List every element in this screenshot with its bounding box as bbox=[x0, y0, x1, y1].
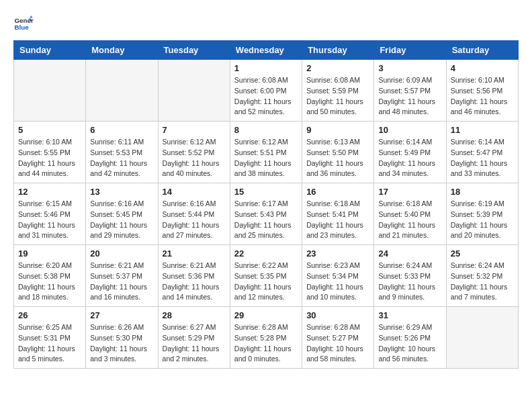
day-number: 29 bbox=[234, 310, 298, 320]
day-number: 7 bbox=[163, 125, 226, 135]
day-number: 15 bbox=[234, 187, 298, 197]
page-header: General Blue bbox=[13, 13, 519, 34]
day-info: Sunrise: 6:24 AMSunset: 5:33 PMDaylight:… bbox=[378, 261, 441, 303]
day-number: 23 bbox=[306, 248, 369, 259]
day-number: 16 bbox=[306, 187, 369, 197]
calendar-week-row: 12Sunrise: 6:15 AMSunset: 5:46 PMDayligh… bbox=[14, 183, 519, 245]
day-number: 30 bbox=[306, 310, 369, 320]
day-info: Sunrise: 6:10 AMSunset: 5:56 PMDaylight:… bbox=[451, 75, 514, 118]
calendar-header-monday: Monday bbox=[86, 41, 158, 60]
day-number: 19 bbox=[18, 248, 81, 259]
day-info: Sunrise: 6:15 AMSunset: 5:46 PMDaylight:… bbox=[18, 199, 81, 241]
calendar-header-tuesday: Tuesday bbox=[158, 41, 230, 60]
calendar-day-cell: 10Sunrise: 6:14 AMSunset: 5:49 PMDayligh… bbox=[374, 122, 446, 183]
day-number: 27 bbox=[90, 310, 153, 320]
day-number: 10 bbox=[378, 125, 441, 135]
calendar-week-row: 5Sunrise: 6:10 AMSunset: 5:55 PMDaylight… bbox=[14, 122, 519, 183]
calendar-day-cell: 31Sunrise: 6:29 AMSunset: 5:26 PMDayligh… bbox=[374, 307, 446, 369]
calendar-day-cell: 2Sunrise: 6:08 AMSunset: 5:59 PMDaylight… bbox=[302, 60, 374, 122]
day-info: Sunrise: 6:28 AMSunset: 5:28 PMDaylight:… bbox=[234, 322, 298, 365]
day-number: 3 bbox=[378, 63, 441, 73]
day-number: 24 bbox=[378, 248, 441, 259]
day-info: Sunrise: 6:27 AMSunset: 5:29 PMDaylight:… bbox=[163, 322, 226, 365]
calendar-day-cell: 3Sunrise: 6:09 AMSunset: 5:57 PMDaylight… bbox=[374, 60, 446, 122]
calendar-day-cell bbox=[86, 60, 158, 122]
calendar-day-cell: 17Sunrise: 6:18 AMSunset: 5:40 PMDayligh… bbox=[374, 183, 446, 245]
day-number: 9 bbox=[306, 125, 369, 135]
day-info: Sunrise: 6:21 AMSunset: 5:36 PMDaylight:… bbox=[163, 261, 226, 303]
calendar-day-cell: 12Sunrise: 6:15 AMSunset: 5:46 PMDayligh… bbox=[14, 183, 86, 245]
day-number: 18 bbox=[451, 187, 514, 197]
calendar-week-row: 26Sunrise: 6:25 AMSunset: 5:31 PMDayligh… bbox=[14, 307, 519, 369]
day-info: Sunrise: 6:24 AMSunset: 5:32 PMDaylight:… bbox=[451, 261, 514, 303]
day-number: 28 bbox=[163, 310, 226, 320]
day-number: 2 bbox=[306, 63, 369, 73]
day-number: 5 bbox=[18, 125, 81, 135]
day-info: Sunrise: 6:12 AMSunset: 5:51 PMDaylight:… bbox=[234, 137, 298, 179]
calendar-day-cell: 4Sunrise: 6:10 AMSunset: 5:56 PMDaylight… bbox=[446, 60, 518, 122]
day-number: 25 bbox=[451, 248, 514, 259]
calendar-day-cell: 22Sunrise: 6:22 AMSunset: 5:35 PMDayligh… bbox=[230, 245, 302, 307]
day-number: 20 bbox=[90, 248, 153, 259]
day-info: Sunrise: 6:12 AMSunset: 5:52 PMDaylight:… bbox=[163, 137, 226, 179]
day-info: Sunrise: 6:11 AMSunset: 5:53 PMDaylight:… bbox=[90, 137, 153, 179]
calendar-header-row: SundayMondayTuesdayWednesdayThursdayFrid… bbox=[14, 41, 519, 60]
day-info: Sunrise: 6:16 AMSunset: 5:44 PMDaylight:… bbox=[163, 199, 226, 241]
day-number: 4 bbox=[451, 63, 514, 73]
calendar-day-cell: 11Sunrise: 6:14 AMSunset: 5:47 PMDayligh… bbox=[446, 122, 518, 183]
day-number: 21 bbox=[163, 248, 226, 259]
day-number: 6 bbox=[90, 125, 153, 135]
day-info: Sunrise: 6:26 AMSunset: 5:30 PMDaylight:… bbox=[90, 322, 153, 365]
calendar-header-friday: Friday bbox=[374, 41, 446, 60]
calendar-day-cell: 30Sunrise: 6:28 AMSunset: 5:27 PMDayligh… bbox=[302, 307, 374, 369]
calendar-day-cell: 16Sunrise: 6:18 AMSunset: 5:41 PMDayligh… bbox=[302, 183, 374, 245]
calendar-day-cell bbox=[14, 60, 86, 122]
calendar-day-cell: 15Sunrise: 6:17 AMSunset: 5:43 PMDayligh… bbox=[230, 183, 302, 245]
day-info: Sunrise: 6:17 AMSunset: 5:43 PMDaylight:… bbox=[234, 199, 298, 241]
day-number: 22 bbox=[234, 248, 298, 259]
day-number: 11 bbox=[451, 125, 514, 135]
calendar-day-cell: 24Sunrise: 6:24 AMSunset: 5:33 PMDayligh… bbox=[374, 245, 446, 307]
day-number: 26 bbox=[18, 310, 81, 320]
calendar-day-cell: 25Sunrise: 6:24 AMSunset: 5:32 PMDayligh… bbox=[446, 245, 518, 307]
day-info: Sunrise: 6:18 AMSunset: 5:40 PMDaylight:… bbox=[378, 199, 441, 241]
day-number: 13 bbox=[90, 187, 153, 197]
calendar-week-row: 19Sunrise: 6:20 AMSunset: 5:38 PMDayligh… bbox=[14, 245, 519, 307]
calendar-header-wednesday: Wednesday bbox=[230, 41, 302, 60]
day-info: Sunrise: 6:08 AMSunset: 6:00 PMDaylight:… bbox=[234, 75, 298, 118]
calendar-day-cell: 19Sunrise: 6:20 AMSunset: 5:38 PMDayligh… bbox=[14, 245, 86, 307]
day-info: Sunrise: 6:28 AMSunset: 5:27 PMDaylight:… bbox=[306, 322, 369, 365]
generalblue-logo-icon: General Blue bbox=[13, 13, 34, 34]
day-number: 8 bbox=[234, 125, 298, 135]
calendar-day-cell: 14Sunrise: 6:16 AMSunset: 5:44 PMDayligh… bbox=[158, 183, 230, 245]
day-info: Sunrise: 6:20 AMSunset: 5:38 PMDaylight:… bbox=[18, 261, 81, 303]
calendar-day-cell: 6Sunrise: 6:11 AMSunset: 5:53 PMDaylight… bbox=[86, 122, 158, 183]
day-info: Sunrise: 6:08 AMSunset: 5:59 PMDaylight:… bbox=[306, 75, 369, 118]
day-info: Sunrise: 6:14 AMSunset: 5:47 PMDaylight:… bbox=[451, 137, 514, 179]
calendar-day-cell: 20Sunrise: 6:21 AMSunset: 5:37 PMDayligh… bbox=[86, 245, 158, 307]
day-number: 17 bbox=[378, 187, 441, 197]
calendar-day-cell bbox=[446, 307, 518, 369]
calendar-day-cell: 26Sunrise: 6:25 AMSunset: 5:31 PMDayligh… bbox=[14, 307, 86, 369]
day-info: Sunrise: 6:09 AMSunset: 5:57 PMDaylight:… bbox=[378, 75, 441, 118]
day-info: Sunrise: 6:14 AMSunset: 5:49 PMDaylight:… bbox=[378, 137, 441, 179]
logo: General Blue bbox=[13, 13, 34, 34]
calendar-day-cell: 13Sunrise: 6:16 AMSunset: 5:45 PMDayligh… bbox=[86, 183, 158, 245]
calendar-day-cell bbox=[158, 60, 230, 122]
calendar-day-cell: 29Sunrise: 6:28 AMSunset: 5:28 PMDayligh… bbox=[230, 307, 302, 369]
calendar-day-cell: 5Sunrise: 6:10 AMSunset: 5:55 PMDaylight… bbox=[14, 122, 86, 183]
day-number: 12 bbox=[18, 187, 81, 197]
calendar-day-cell: 1Sunrise: 6:08 AMSunset: 6:00 PMDaylight… bbox=[230, 60, 302, 122]
day-info: Sunrise: 6:29 AMSunset: 5:26 PMDaylight:… bbox=[378, 322, 441, 365]
calendar-day-cell: 23Sunrise: 6:23 AMSunset: 5:34 PMDayligh… bbox=[302, 245, 374, 307]
day-number: 1 bbox=[234, 63, 298, 73]
day-info: Sunrise: 6:25 AMSunset: 5:31 PMDaylight:… bbox=[18, 322, 81, 365]
day-info: Sunrise: 6:13 AMSunset: 5:50 PMDaylight:… bbox=[306, 137, 369, 179]
day-info: Sunrise: 6:21 AMSunset: 5:37 PMDaylight:… bbox=[90, 261, 153, 303]
day-info: Sunrise: 6:10 AMSunset: 5:55 PMDaylight:… bbox=[18, 137, 81, 179]
calendar-day-cell: 18Sunrise: 6:19 AMSunset: 5:39 PMDayligh… bbox=[446, 183, 518, 245]
calendar-day-cell: 28Sunrise: 6:27 AMSunset: 5:29 PMDayligh… bbox=[158, 307, 230, 369]
calendar-header-thursday: Thursday bbox=[302, 41, 374, 60]
calendar-day-cell: 21Sunrise: 6:21 AMSunset: 5:36 PMDayligh… bbox=[158, 245, 230, 307]
calendar-table: SundayMondayTuesdayWednesdayThursdayFrid… bbox=[13, 40, 519, 369]
